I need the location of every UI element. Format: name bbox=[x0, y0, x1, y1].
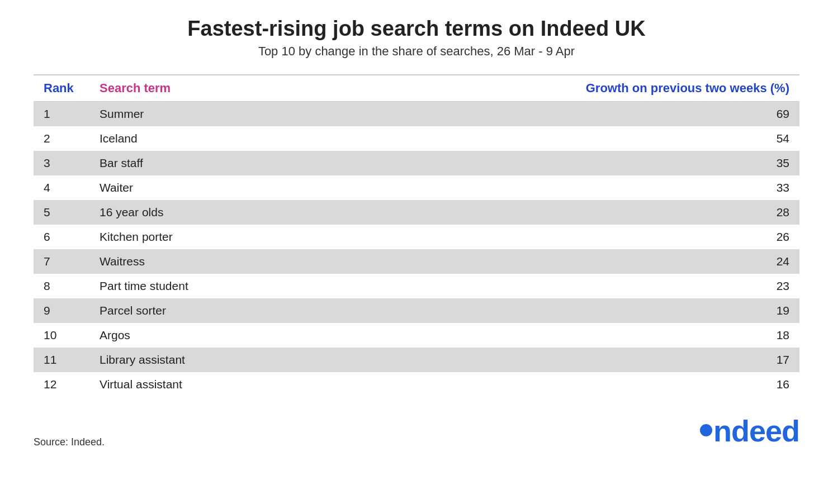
search-term-cell: 16 year olds bbox=[89, 200, 369, 225]
table-row: 10Argos18 bbox=[34, 323, 799, 348]
rank-cell: 9 bbox=[34, 298, 89, 323]
search-term-cell: Argos bbox=[89, 323, 369, 348]
search-term-cell: Waitress bbox=[89, 249, 369, 274]
growth-cell: 23 bbox=[369, 274, 799, 298]
rank-cell: 12 bbox=[34, 372, 89, 397]
search-term-cell: Library assistant bbox=[89, 348, 369, 372]
rank-column-header: Rank bbox=[34, 75, 89, 102]
growth-cell: 18 bbox=[369, 323, 799, 348]
source-text: Source: Indeed. bbox=[34, 436, 105, 448]
search-term-cell: Parcel sorter bbox=[89, 298, 369, 323]
growth-cell: 28 bbox=[369, 200, 799, 225]
table-row: 4Waiter33 bbox=[34, 175, 799, 200]
search-term-cell: Bar staff bbox=[89, 151, 369, 175]
logo-i-with-dot bbox=[700, 424, 712, 438]
table-header-row: Rank Search term Growth on previous two … bbox=[34, 75, 799, 102]
table-row: 9Parcel sorter19 bbox=[34, 298, 799, 323]
rank-cell: 8 bbox=[34, 274, 89, 298]
growth-column-header: Growth on previous two weeks (%) bbox=[369, 75, 799, 102]
table-row: 12Virtual assistant16 bbox=[34, 372, 799, 397]
table-row: 2Iceland54 bbox=[34, 126, 799, 151]
growth-cell: 16 bbox=[369, 372, 799, 397]
logo-wordmark: ndeed bbox=[713, 413, 799, 448]
rank-cell: 11 bbox=[34, 348, 89, 372]
table-row: 1Summer69 bbox=[34, 102, 799, 127]
table-row: 11Library assistant17 bbox=[34, 348, 799, 372]
search-term-cell: Summer bbox=[89, 102, 369, 127]
growth-cell: 35 bbox=[369, 151, 799, 175]
growth-cell: 54 bbox=[369, 126, 799, 151]
search-term-cell: Kitchen porter bbox=[89, 225, 369, 249]
rank-cell: 1 bbox=[34, 102, 89, 127]
logo-dot bbox=[700, 424, 712, 436]
sub-title: Top 10 by change in the share of searche… bbox=[34, 44, 799, 59]
rank-cell: 2 bbox=[34, 126, 89, 151]
rank-cell: 4 bbox=[34, 175, 89, 200]
table-row: 516 year olds28 bbox=[34, 200, 799, 225]
table-row: 3Bar staff35 bbox=[34, 151, 799, 175]
rank-cell: 10 bbox=[34, 323, 89, 348]
table-row: 8Part time student23 bbox=[34, 274, 799, 298]
page-footer: Source: Indeed. ndeed bbox=[34, 413, 799, 448]
rankings-table: Rank Search term Growth on previous two … bbox=[34, 74, 799, 397]
main-title: Fastest-rising job search terms on Indee… bbox=[34, 17, 799, 41]
rank-cell: 7 bbox=[34, 249, 89, 274]
data-table-container: Rank Search term Growth on previous two … bbox=[34, 74, 799, 397]
search-term-cell: Part time student bbox=[89, 274, 369, 298]
growth-cell: 26 bbox=[369, 225, 799, 249]
term-column-header: Search term bbox=[89, 75, 369, 102]
growth-cell: 19 bbox=[369, 298, 799, 323]
search-term-cell: Iceland bbox=[89, 126, 369, 151]
growth-cell: 69 bbox=[369, 102, 799, 127]
growth-cell: 24 bbox=[369, 249, 799, 274]
indeed-logo: ndeed bbox=[700, 413, 799, 448]
table-row: 6Kitchen porter26 bbox=[34, 225, 799, 249]
rank-cell: 5 bbox=[34, 200, 89, 225]
search-term-cell: Waiter bbox=[89, 175, 369, 200]
table-row: 7Waitress24 bbox=[34, 249, 799, 274]
search-term-cell: Virtual assistant bbox=[89, 372, 369, 397]
rank-cell: 6 bbox=[34, 225, 89, 249]
page-header: Fastest-rising job search terms on Indee… bbox=[34, 17, 799, 59]
growth-cell: 33 bbox=[369, 175, 799, 200]
growth-cell: 17 bbox=[369, 348, 799, 372]
rank-cell: 3 bbox=[34, 151, 89, 175]
